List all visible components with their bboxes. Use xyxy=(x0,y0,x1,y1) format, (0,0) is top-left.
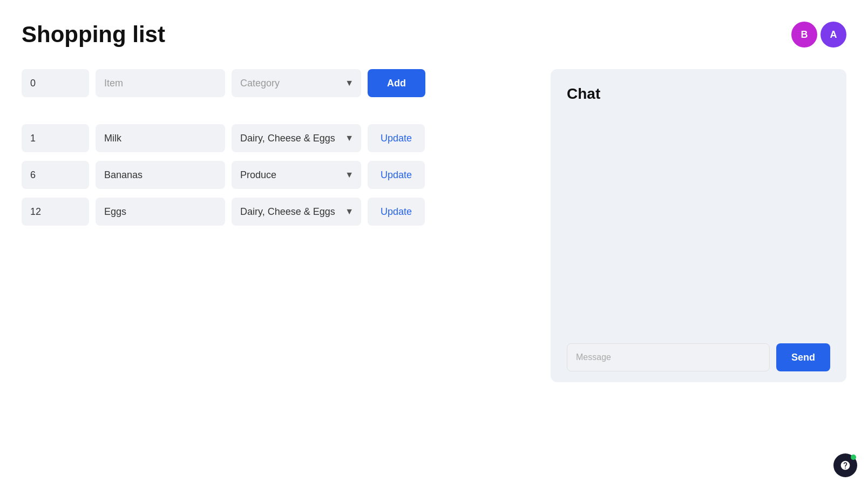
chat-messages xyxy=(567,113,830,333)
table-row: Produce Dairy, Cheese & Eggs Meat & Seaf… xyxy=(22,198,518,226)
message-input[interactable] xyxy=(567,343,770,371)
chat-title: Chat xyxy=(567,85,830,103)
update-button-1[interactable]: Update xyxy=(368,124,425,152)
item-qty-input-2[interactable] xyxy=(22,161,89,189)
help-status-dot xyxy=(851,455,856,460)
new-item-category-wrapper: Category Produce Dairy, Cheese & Eggs Me… xyxy=(232,69,361,97)
item-name-input-2[interactable] xyxy=(96,161,225,189)
page-title: Shopping list xyxy=(22,22,165,48)
add-button[interactable]: Add xyxy=(368,69,425,97)
list-rows: Produce Dairy, Cheese & Eggs Meat & Seaf… xyxy=(22,124,518,226)
new-item-name-input[interactable] xyxy=(96,69,225,97)
item-qty-input-3[interactable] xyxy=(22,198,89,226)
send-button[interactable]: Send xyxy=(776,343,830,371)
update-button-2[interactable]: Update xyxy=(368,161,425,189)
update-button-3[interactable]: Update xyxy=(368,198,425,226)
chat-input-row: Send xyxy=(567,333,830,371)
add-row: Category Produce Dairy, Cheese & Eggs Me… xyxy=(22,69,518,97)
help-icon xyxy=(840,460,851,471)
help-widget[interactable] xyxy=(833,453,857,477)
avatar-a[interactable]: A xyxy=(820,22,846,48)
item-name-input-1[interactable] xyxy=(96,124,225,152)
shopping-area: Category Produce Dairy, Cheese & Eggs Me… xyxy=(22,69,540,382)
item-qty-input-1[interactable] xyxy=(22,124,89,152)
main-content: Category Produce Dairy, Cheese & Eggs Me… xyxy=(0,58,868,393)
item-category-select-2[interactable]: Produce Dairy, Cheese & Eggs Meat & Seaf… xyxy=(232,161,361,189)
item-category-wrapper-3: Produce Dairy, Cheese & Eggs Meat & Seaf… xyxy=(232,198,361,226)
item-category-select-3[interactable]: Produce Dairy, Cheese & Eggs Meat & Seaf… xyxy=(232,198,361,226)
new-item-category-select[interactable]: Category Produce Dairy, Cheese & Eggs Me… xyxy=(232,69,361,97)
avatar-b[interactable]: B xyxy=(791,22,817,48)
chat-panel: Chat Send xyxy=(551,69,846,382)
item-name-input-3[interactable] xyxy=(96,198,225,226)
page-header: Shopping list B A xyxy=(0,0,868,58)
item-category-wrapper-2: Produce Dairy, Cheese & Eggs Meat & Seaf… xyxy=(232,161,361,189)
table-row: Produce Dairy, Cheese & Eggs Meat & Seaf… xyxy=(22,161,518,189)
item-category-wrapper-1: Produce Dairy, Cheese & Eggs Meat & Seaf… xyxy=(232,124,361,152)
table-row: Produce Dairy, Cheese & Eggs Meat & Seaf… xyxy=(22,124,518,152)
user-avatars: B A xyxy=(791,22,846,48)
item-category-select-1[interactable]: Produce Dairy, Cheese & Eggs Meat & Seaf… xyxy=(232,124,361,152)
new-item-qty-input[interactable] xyxy=(22,69,89,97)
